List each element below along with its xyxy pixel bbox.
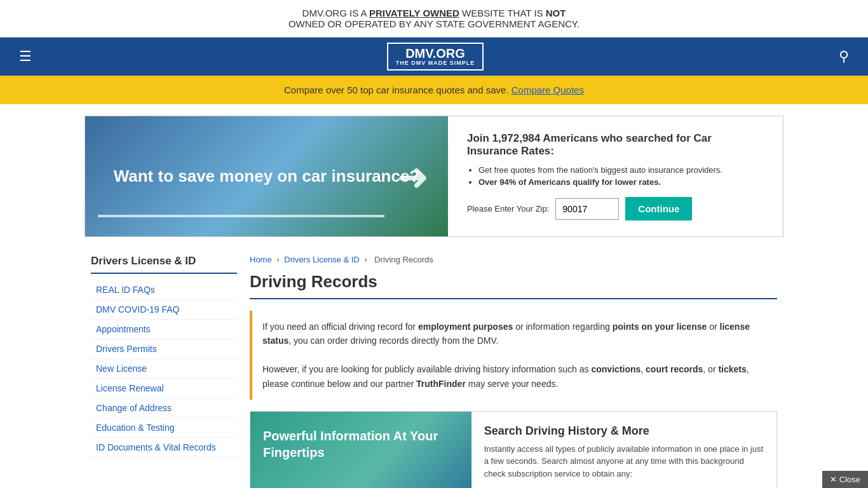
page-content: Home › Drivers License & ID › Driving Re… <box>250 248 777 488</box>
sidebar-item-education[interactable]: Education & Testing <box>91 418 237 438</box>
sidebar-item-renewal[interactable]: License Renewal <box>91 379 237 398</box>
top-banner-line2: OWNED OR OPERATED BY ANY STATE GOVERNMEN… <box>13 18 855 29</box>
bottom-ad-right: Search Driving History & More Instantly … <box>471 412 776 488</box>
insurance-ad-form: Join 1,972,984 Americans who searched fo… <box>448 116 783 236</box>
zip-label: Please Enter Your Zip: <box>467 204 549 214</box>
insurance-ad-headline: Want to save money on car insurance? <box>114 166 420 186</box>
info-box: If you need an official driving record f… <box>250 311 777 400</box>
logo-main: DMV.ORG <box>396 46 475 60</box>
sidebar-item-new-license[interactable]: New License <box>91 359 237 379</box>
zip-input[interactable] <box>555 198 619 220</box>
info-paragraph-1: If you need an official driving record f… <box>262 320 767 348</box>
arrow-icon: ➜ <box>397 154 429 199</box>
breadcrumb-sep1: › <box>276 255 279 264</box>
bottom-ad-left: Powerful Information At Your Fingertips <box>250 412 471 488</box>
top-banner: DMV.ORG IS A PRIVATELY OWNED WEBSITE THA… <box>0 0 868 37</box>
breadcrumb-sep2: › <box>364 255 367 264</box>
bottom-ad-right-heading: Search Driving History & More <box>484 424 764 438</box>
bottom-ad: Powerful Information At Your Fingertips … <box>250 411 777 488</box>
sidebar-item-change-address[interactable]: Change of Address <box>91 398 237 418</box>
yellow-banner: Compare over 50 top car insurance quotes… <box>0 76 868 104</box>
sidebar-item-id-docs[interactable]: ID Documents & Vital Records <box>91 438 237 458</box>
breadcrumb: Home › Drivers License & ID › Driving Re… <box>250 255 777 264</box>
main-content: Drivers License & ID REAL ID FAQs DMV CO… <box>85 248 783 488</box>
site-logo[interactable]: DMV.ORG THE DMV MADE SIMPLE <box>387 43 484 71</box>
sidebar-title: Drivers License & ID <box>91 255 237 274</box>
breadcrumb-current: Driving Records <box>374 255 433 264</box>
header: ☰ DMV.ORG THE DMV MADE SIMPLE ⚲ <box>0 37 868 76</box>
compare-quotes-link[interactable]: Compare Quotes <box>512 85 584 95</box>
close-ad-button[interactable]: ✕ Close <box>822 471 868 488</box>
menu-icon[interactable]: ☰ <box>19 48 32 65</box>
yellow-banner-text: Compare over 50 top car insurance quotes… <box>284 85 509 95</box>
sidebar-item-real-id[interactable]: REAL ID FAQs <box>91 280 237 300</box>
bottom-ad-right-text: Instantly access all types of publicly a… <box>484 443 764 480</box>
sidebar-item-appointments[interactable]: Appointments <box>91 320 237 339</box>
search-icon[interactable]: ⚲ <box>839 48 849 65</box>
page-title: Driving Records <box>250 272 777 299</box>
continue-button[interactable]: Continue <box>625 197 692 220</box>
sidebar-item-permits[interactable]: Drivers Permits <box>91 339 237 359</box>
insurance-bullets: Get free quotes from the nation's bigges… <box>467 165 764 187</box>
info-paragraph-2: However, if you are looking for publicly… <box>262 362 767 391</box>
insurance-ad: Want to save money on car insurance? ➜ J… <box>85 116 783 237</box>
sidebar-nav: REAL ID FAQs DMV COVID-19 FAQ Appointmen… <box>91 280 237 458</box>
breadcrumb-home[interactable]: Home <box>250 255 272 264</box>
logo-sub: THE DMV MADE SIMPLE <box>396 60 475 67</box>
zip-row: Please Enter Your Zip: Continue <box>467 197 764 220</box>
sidebar-item-covid[interactable]: DMV COVID-19 FAQ <box>91 300 237 320</box>
bullet-1: Get free quotes from the nation's bigges… <box>478 165 764 175</box>
bottom-ad-left-heading: Powerful Information At Your Fingertips <box>263 428 459 461</box>
breadcrumb-parent[interactable]: Drivers License & ID <box>284 255 359 264</box>
insurance-ad-right-heading: Join 1,972,984 Americans who searched fo… <box>467 132 764 158</box>
sidebar: Drivers License & ID REAL ID FAQs DMV CO… <box>91 248 237 488</box>
insurance-ad-image: Want to save money on car insurance? ➜ <box>85 116 448 236</box>
bullet-2: Over 94% of Americans qualify for lower … <box>478 177 764 187</box>
arrow-bar <box>98 215 384 217</box>
